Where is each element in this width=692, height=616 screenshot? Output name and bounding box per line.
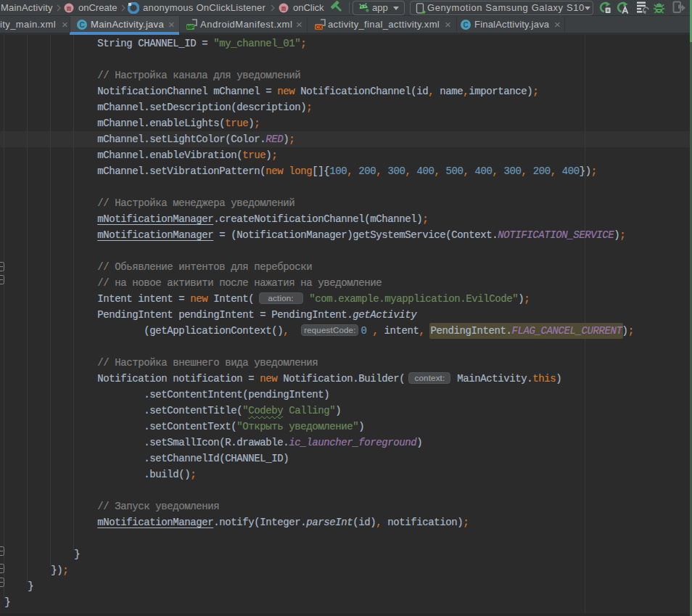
svg-text:C: C bbox=[79, 21, 84, 29]
svg-text:MF: MF bbox=[186, 25, 194, 30]
svg-text:m: m bbox=[281, 5, 286, 13]
svg-text:CX: CX bbox=[316, 25, 323, 30]
svg-text:C: C bbox=[463, 21, 468, 29]
svg-text:m: m bbox=[67, 5, 71, 13]
